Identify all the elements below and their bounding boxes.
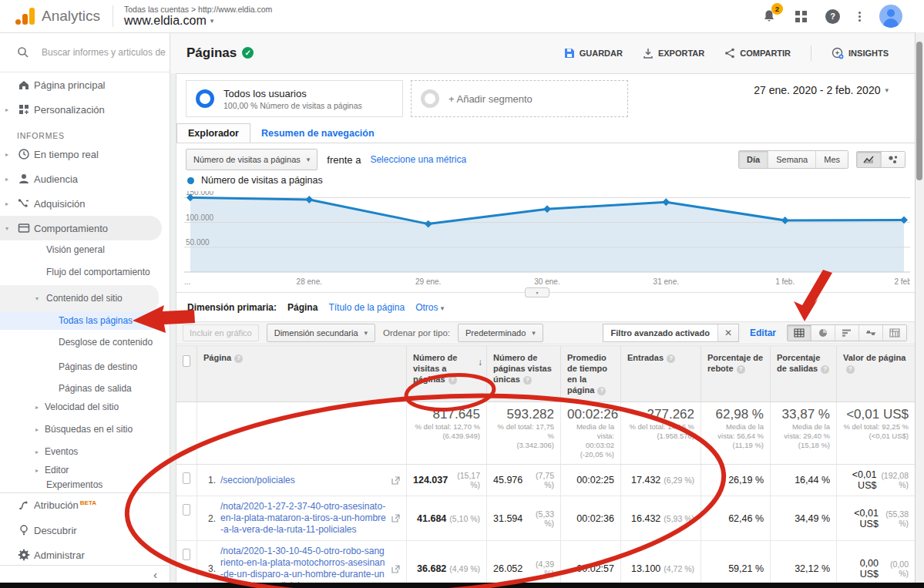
col-header-unique[interactable]: Número de páginas vistas únicas?	[486, 346, 560, 402]
select-metric-link[interactable]: Seleccione una métrica	[370, 154, 466, 165]
col-header-page[interactable]: Página?	[197, 346, 406, 402]
sidebar-item-site-speed[interactable]: ▸Velocidad del sitio	[0, 398, 170, 416]
home-icon	[14, 79, 34, 91]
comparison-view-button[interactable]	[858, 325, 882, 341]
segment-all-users[interactable]: Todos los usuarios 100,00 % Número de vi…	[186, 80, 403, 117]
line-chart-button[interactable]	[857, 152, 881, 167]
export-button[interactable]: EXPORTAR	[643, 48, 704, 59]
sidebar-item-personalization[interactable]: ▸ Personalización	[0, 97, 170, 122]
sidebar-item-overview[interactable]: Visión general	[0, 240, 170, 259]
dimension-page-title[interactable]: Título de la página	[328, 302, 405, 313]
sidebar-item-publisher[interactable]: ▸Editor	[0, 461, 170, 479]
pages-table: Página? Número de visitas a páginas?↓ Nú…	[176, 345, 915, 588]
sidebar-item-attribution[interactable]: AtribuciónBETA	[0, 493, 170, 518]
external-link-icon[interactable]	[391, 476, 400, 485]
sidebar-item-all-pages[interactable]: Todas las páginas	[0, 311, 159, 330]
sidebar-item-discover[interactable]: Descubrir	[0, 518, 170, 543]
percentage-view-button[interactable]	[811, 325, 835, 341]
acquisition-icon	[14, 197, 34, 210]
scrollbar-thumb[interactable]	[916, 42, 922, 180]
col-header-value[interactable]: Valor de página?	[836, 346, 915, 402]
dimension-others[interactable]: Otros ▾	[415, 302, 444, 313]
apps-grid-icon[interactable]	[795, 11, 807, 22]
tab-navigation-summary[interactable]: Resumen de navegación	[250, 124, 385, 143]
performance-view-button[interactable]	[835, 325, 858, 341]
analytics-logo-icon[interactable]	[15, 8, 35, 25]
table-row: 3./nota/2020-1-30-10-45-0-otro-robo-sang…	[176, 541, 915, 588]
col-header-time[interactable]: Promedio de tiempo en la página?	[560, 346, 620, 402]
account-breadcrumb-block: Todas las cuentas > http://www.eldia.com…	[124, 5, 272, 28]
external-link-icon[interactable]	[391, 514, 400, 522]
sidebar-item-site-search[interactable]: ▸Búsquedas en el sitio	[0, 416, 170, 442]
sidebar-search[interactable]: Buscar informes y articulos de	[0, 32, 170, 72]
sidebar-item-site-content[interactable]: ▾Contenido del sitio	[0, 285, 159, 311]
help-icon[interactable]: ?	[523, 376, 532, 385]
sidebar-item-admin[interactable]: Administrar	[0, 543, 170, 567]
month-button[interactable]: Mes	[815, 151, 848, 168]
secondary-dimension-dropdown[interactable]: Dimensión secundaria▾	[267, 324, 375, 342]
row-checkbox[interactable]	[183, 504, 190, 516]
col-header-visits[interactable]: Número de visitas a páginas?↓	[406, 346, 486, 402]
sidebar-item-home[interactable]: Página principal	[0, 72, 170, 97]
help-icon[interactable]: ?	[667, 354, 675, 363]
share-button[interactable]: COMPARTIR	[724, 48, 791, 59]
help-icon[interactable]: ?	[737, 365, 745, 374]
totals-exit: 33,87 %Media de la vista: 29,40 %(15,18 …	[770, 402, 836, 464]
help-icon[interactable]: ?	[449, 376, 457, 385]
sidebar-item-events[interactable]: ▸Eventos	[0, 442, 170, 461]
select-all-checkbox[interactable]	[183, 355, 190, 367]
sidebar-item-content-drilldown[interactable]: Desglose de contenido	[0, 330, 170, 354]
sidebar-item-audience[interactable]: ▸ Audiencia	[0, 166, 170, 191]
data-view-button[interactable]	[788, 325, 811, 341]
account-switcher[interactable]: www.eldia.com▾	[124, 14, 272, 28]
close-icon[interactable]: ✕	[717, 324, 738, 341]
col-header-bounce[interactable]: Porcentaje de rebote?	[701, 346, 770, 402]
page-link[interactable]: /nota/2020-1-27-2-37-40-otro-asesinato-e…	[220, 501, 387, 536]
sidebar: Buscar informes y articulos de Página pr…	[0, 32, 170, 588]
overflow-menu-icon[interactable]	[858, 12, 861, 22]
sort-type-dropdown[interactable]: Predeterminado▾	[458, 324, 543, 342]
sidebar-item-realtime[interactable]: ▸ En tiempo real	[0, 142, 170, 166]
user-avatar[interactable]	[879, 5, 902, 28]
row-checkbox[interactable]	[183, 549, 190, 560]
clock-icon	[14, 148, 34, 160]
notifications-button[interactable]: 2	[761, 8, 777, 24]
metric-dropdown[interactable]: Número de visitas a páginas▾	[186, 149, 318, 170]
vs-label: frente a	[327, 154, 361, 166]
sidebar-item-acquisition[interactable]: ▸ Adquisición	[0, 191, 170, 216]
help-icon[interactable]: ?	[821, 365, 829, 374]
add-segment-button[interactable]: + Añadir segmento	[411, 80, 628, 117]
timeseries-chart[interactable]: 50.000100.000150.000...28 ene.29 ene.30 …	[184, 191, 910, 288]
insights-button[interactable]: INSIGHTS	[832, 47, 889, 59]
week-button[interactable]: Semana	[768, 151, 815, 168]
report-panel: 27 ene. 2020 - 2 feb. 2020▾ Todos los us…	[176, 73, 916, 588]
row-checkbox[interactable]	[183, 472, 190, 484]
tab-explorer[interactable]: Explorador	[176, 123, 250, 143]
include-in-chart-button[interactable]: Incluir en gráfico	[183, 324, 259, 341]
help-button[interactable]: ?	[825, 9, 840, 24]
help-icon[interactable]: ?	[846, 365, 855, 374]
edit-filter-link[interactable]: Editar	[750, 328, 776, 338]
day-button[interactable]: Día	[739, 151, 768, 168]
person-icon	[14, 173, 34, 185]
chart-drag-handle[interactable]: ▾	[525, 287, 549, 297]
date-range-picker[interactable]: 27 ene. 2020 - 2 feb. 2020▾	[754, 84, 889, 96]
dimension-page[interactable]: Página	[287, 302, 318, 313]
sidebar-item-landing-pages[interactable]: Páginas de destino	[0, 354, 170, 379]
col-header-exit[interactable]: Porcentaje de salidas?	[770, 346, 836, 402]
pivot-view-button[interactable]	[882, 325, 906, 341]
sidebar-item-exit-pages[interactable]: Páginas de salida	[0, 379, 170, 398]
sidebar-collapse-button[interactable]: ‹	[0, 565, 170, 583]
col-header-entries[interactable]: Entradas?	[620, 346, 701, 402]
page-link[interactable]: /nota/2020-1-30-10-45-0-otro-robo-sangri…	[220, 546, 387, 588]
sidebar-item-experiments[interactable]: Experimentos	[0, 479, 170, 491]
vertical-scrollbar[interactable]	[915, 32, 924, 588]
page-link[interactable]: /seccion/policiales	[220, 475, 387, 486]
external-link-icon[interactable]	[391, 565, 400, 573]
sidebar-item-behavior[interactable]: ▾ Comportamiento	[0, 216, 162, 240]
motion-chart-button[interactable]	[881, 152, 905, 167]
help-icon[interactable]: ?	[597, 387, 606, 395]
save-button[interactable]: GUARDAR	[564, 48, 623, 59]
sidebar-item-behavior-flow[interactable]: Flujo del comportamiento	[0, 259, 170, 285]
help-icon[interactable]: ?	[234, 354, 243, 363]
